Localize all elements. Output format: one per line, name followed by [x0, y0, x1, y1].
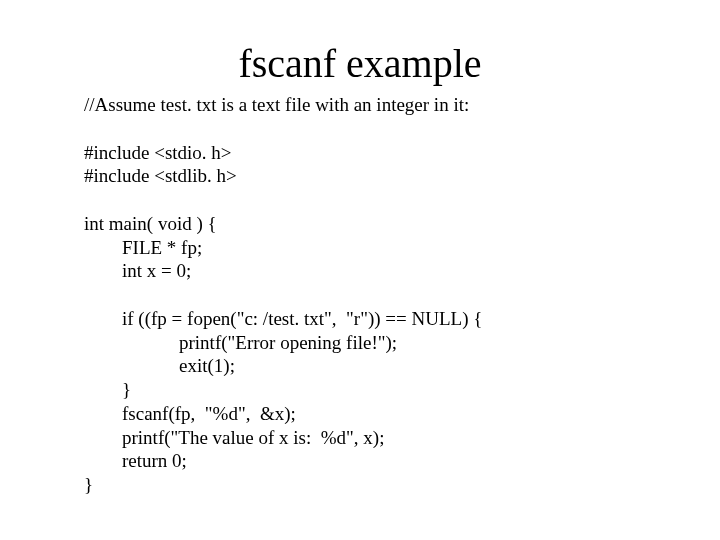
code-line: #include <stdio. h> [84, 142, 232, 163]
code-line: } [84, 474, 93, 495]
code-line: int main( void ) { [84, 213, 217, 234]
code-line: if ((fp = fopen("c: /test. txt", "r")) =… [84, 308, 482, 329]
code-line: fscanf(fp, "%d", &x); [84, 403, 296, 424]
code-line: return 0; [84, 450, 187, 471]
code-line: int x = 0; [84, 260, 191, 281]
code-line: //Assume test. txt is a text file with a… [84, 94, 469, 115]
code-line: } [84, 379, 131, 400]
slide: fscanf example //Assume test. txt is a t… [0, 0, 720, 540]
code-line: printf("Error opening file!"); [84, 332, 397, 353]
code-line: FILE * fp; [84, 237, 202, 258]
code-line: printf("The value of x is: %d", x); [84, 427, 384, 448]
code-line: #include <stdlib. h> [84, 165, 237, 186]
code-block: //Assume test. txt is a text file with a… [84, 93, 636, 497]
slide-title: fscanf example [84, 40, 636, 87]
code-line: exit(1); [84, 355, 235, 376]
